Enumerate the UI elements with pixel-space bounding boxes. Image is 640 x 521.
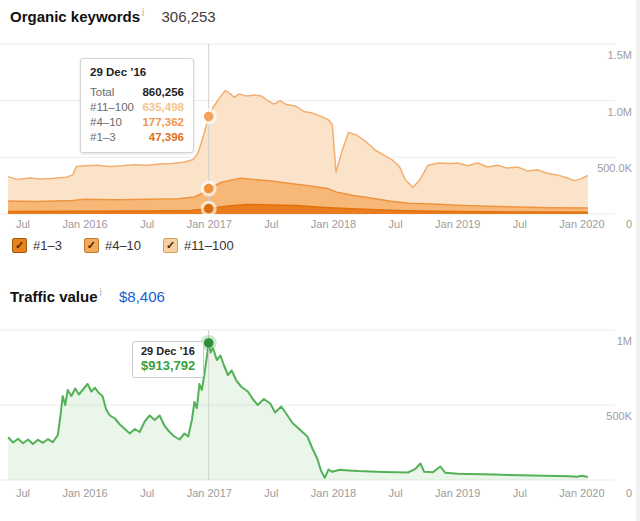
x-tick-label: Jul	[513, 487, 527, 499]
y-tick-label: 0	[626, 487, 632, 499]
info-icon[interactable]: i	[142, 7, 144, 18]
x-tick-label: Jan 2017	[187, 487, 232, 499]
tooltip-row-total: Total 860,256	[90, 85, 184, 100]
tooltip-row-1-3: #1–3 47,396	[90, 130, 184, 145]
x-tick-label: Jul	[513, 218, 527, 230]
info-icon[interactable]: i	[100, 287, 102, 298]
organic-keywords-title: Organic keywords	[10, 8, 140, 25]
y-tick-label: 1M	[617, 335, 632, 347]
x-tick-label: Jul	[16, 487, 30, 499]
check-icon: ✓	[87, 240, 96, 251]
x-tick-label: Jan 2019	[435, 218, 480, 230]
x-tick-label: Jan 2016	[62, 487, 107, 499]
x-tick-label: Jan 2018	[311, 218, 356, 230]
ahrefs-overview-panel: Organic keywordsi 306,253 0500.0K1.0M1.5…	[0, 0, 640, 521]
x-tick-label: Jan 2018	[311, 487, 356, 499]
tooltip-date: 29 Dec ’16	[141, 345, 195, 357]
traffic-value-header: Traffic valuei $8,406	[10, 287, 165, 305]
y-tick-label: 500K	[606, 410, 632, 422]
marker-dot	[204, 338, 214, 348]
marker-dot	[204, 112, 214, 122]
traffic-value-chart[interactable]: 0500K1MJulJan 2016JulJan 2017JulJan 2018…	[0, 316, 640, 516]
marker-dot	[204, 204, 214, 214]
check-icon: ✓	[166, 240, 175, 251]
tooltip-date: 29 Dec ’16	[90, 66, 184, 78]
legend-item-4-10[interactable]: ✓ #4–10	[84, 238, 141, 253]
y-tick-label: 500.0K	[597, 162, 633, 174]
marker-dot	[204, 184, 214, 194]
y-tick-label: 0	[626, 218, 632, 230]
organic-keywords-count: 306,253	[161, 8, 215, 25]
legend-item-1-3[interactable]: ✓ #1–3	[12, 238, 62, 253]
y-tick-label: 1.5M	[608, 49, 632, 61]
x-tick-label: Jul	[389, 487, 403, 499]
tooltip-row-4-10: #4–10 177,362	[90, 115, 184, 130]
traffic-value-tooltip: 29 Dec ’16 $913,792	[132, 341, 204, 378]
tooltip-row-11-100: #11–100 635,498	[90, 100, 184, 115]
x-tick-label: Jan 2019	[435, 487, 480, 499]
organic-keywords-tooltip: 29 Dec ’16 Total 860,256 #11–100 635,498…	[80, 58, 194, 153]
checked-checkbox-icon[interactable]: ✓	[12, 238, 27, 253]
traffic-value-title: Traffic value	[10, 288, 98, 305]
x-tick-label: Jan 2016	[62, 218, 107, 230]
x-tick-label: Jul	[389, 218, 403, 230]
x-tick-label: Jul	[264, 487, 278, 499]
x-tick-label: Jan 2017	[187, 218, 232, 230]
x-tick-label: Jul	[140, 487, 154, 499]
tooltip-value: $913,792	[141, 358, 195, 373]
check-icon: ✓	[15, 240, 24, 251]
legend-item-11-100[interactable]: ✓ #11–100	[163, 238, 234, 253]
x-tick-label: Jan 2020	[559, 487, 604, 499]
series-area	[8, 343, 588, 480]
x-tick-label: Jul	[140, 218, 154, 230]
x-tick-label: Jul	[264, 218, 278, 230]
checked-checkbox-icon[interactable]: ✓	[163, 238, 178, 253]
organic-keywords-header: Organic keywordsi 306,253	[10, 7, 216, 25]
y-tick-label: 1.0M	[608, 106, 632, 118]
x-tick-label: Jul	[16, 218, 30, 230]
x-tick-label: Jan 2020	[559, 218, 604, 230]
traffic-value-amount[interactable]: $8,406	[119, 288, 165, 305]
keyword-position-legend: ✓ #1–3 ✓ #4–10 ✓ #11–100	[12, 238, 234, 253]
checked-checkbox-icon[interactable]: ✓	[84, 238, 99, 253]
